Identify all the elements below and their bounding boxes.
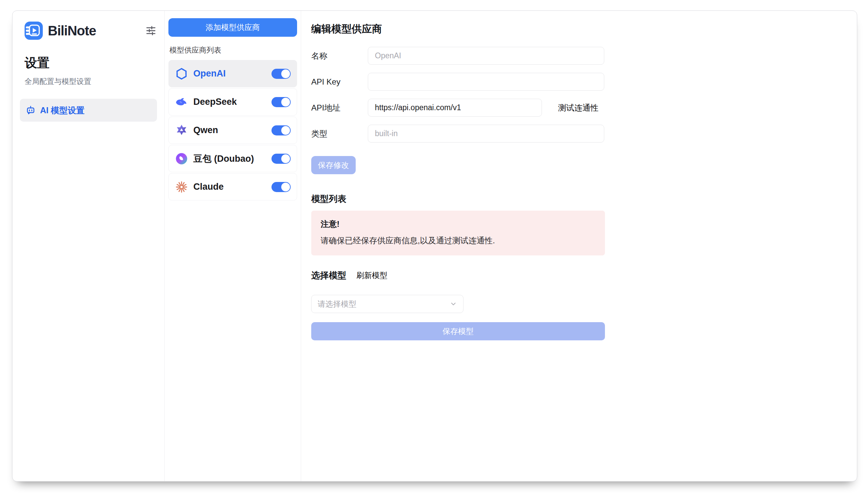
save-changes-button[interactable]: 保存修改	[311, 156, 356, 174]
toggle-knob	[281, 183, 290, 191]
select-model-title: 选择模型	[311, 270, 346, 281]
refresh-models-button[interactable]: 刷新模型	[356, 270, 387, 281]
bilinote-logo-icon	[24, 21, 43, 40]
page-title: 设置	[25, 55, 157, 71]
qwen-logo-icon	[175, 124, 188, 137]
provider-toggle[interactable]	[271, 182, 291, 192]
sidebar: BiliNote 设置 全局配置与模型设置	[13, 11, 165, 481]
provider-panel: 添加模型供应商 模型供应商列表 OpenAI	[165, 11, 301, 481]
provider-name: DeepSeek	[193, 97, 237, 107]
toggle-knob	[281, 126, 290, 135]
model-select-placeholder: 请选择模型	[318, 299, 356, 309]
name-input[interactable]	[368, 47, 604, 65]
api-key-row: API Key	[311, 73, 847, 91]
provider-toggle[interactable]	[271, 154, 291, 164]
model-list-title: 模型列表	[311, 193, 847, 205]
openai-logo-icon	[175, 67, 188, 81]
type-label: 类型	[311, 128, 368, 139]
test-connectivity-button[interactable]: 测试连通性	[558, 103, 599, 113]
claude-logo-icon	[175, 180, 188, 194]
deepseek-logo-icon	[175, 95, 188, 109]
provider-list-label: 模型供应商列表	[170, 45, 297, 55]
doubao-logo-icon	[175, 152, 188, 166]
alert-title: 注意!	[321, 219, 596, 230]
name-row: 名称	[311, 47, 847, 65]
name-label: 名称	[311, 50, 368, 61]
settings-window: BiliNote 设置 全局配置与模型设置	[12, 10, 857, 481]
toggle-knob	[281, 154, 290, 163]
chevron-down-icon	[450, 300, 457, 308]
provider-form: 名称 API Key API地址 测试连通性 类型	[311, 47, 847, 143]
provider-name: 豆包 (Doubao)	[193, 153, 254, 165]
type-row: 类型	[311, 125, 847, 143]
provider-toggle[interactable]	[271, 69, 291, 79]
provider-item-doubao[interactable]: 豆包 (Doubao)	[169, 145, 297, 172]
sidebar-item-label: AI 模型设置	[40, 105, 85, 116]
provider-item-openai[interactable]: OpenAI	[169, 60, 297, 87]
editor-title: 编辑模型供应商	[311, 22, 847, 36]
api-url-label: API地址	[311, 103, 368, 113]
bot-icon	[25, 105, 36, 115]
api-url-input[interactable]	[368, 99, 542, 116]
sidebar-header: BiliNote	[20, 21, 157, 40]
toggle-knob	[281, 69, 290, 78]
add-provider-button[interactable]: 添加模型供应商	[169, 18, 297, 37]
page-subtitle: 全局配置与模型设置	[25, 77, 157, 87]
provider-name: Claude	[193, 181, 224, 192]
api-url-row: API地址 测试连通性	[311, 99, 847, 116]
model-select[interactable]: 请选择模型	[311, 295, 464, 313]
sidebar-item-ai-model-settings[interactable]: AI 模型设置	[20, 99, 157, 122]
save-model-button[interactable]: 保存模型	[311, 322, 605, 340]
provider-toggle[interactable]	[271, 125, 291, 135]
sliders-icon[interactable]	[146, 25, 156, 36]
provider-toggle[interactable]	[271, 97, 291, 107]
provider-item-claude[interactable]: Claude	[169, 173, 297, 200]
api-key-input[interactable]	[368, 73, 604, 91]
provider-name: Qwen	[193, 125, 218, 135]
provider-item-deepseek[interactable]: DeepSeek	[169, 88, 297, 115]
app-title: BiliNote	[48, 23, 96, 38]
provider-item-qwen[interactable]: Qwen	[169, 116, 297, 144]
model-list-alert: 注意! 请确保已经保存供应商信息,以及通过测试连通性.	[311, 211, 605, 255]
provider-name: OpenAI	[193, 68, 226, 79]
type-input[interactable]	[368, 125, 604, 143]
provider-editor-panel: 编辑模型供应商 名称 API Key API地址 测试连通性 类型 保存修改 模…	[301, 11, 857, 481]
api-key-label: API Key	[311, 77, 368, 87]
alert-body: 请确保已经保存供应商信息,以及通过测试连通性.	[321, 235, 596, 246]
select-model-row: 选择模型 刷新模型	[311, 270, 847, 281]
toggle-knob	[281, 98, 290, 106]
